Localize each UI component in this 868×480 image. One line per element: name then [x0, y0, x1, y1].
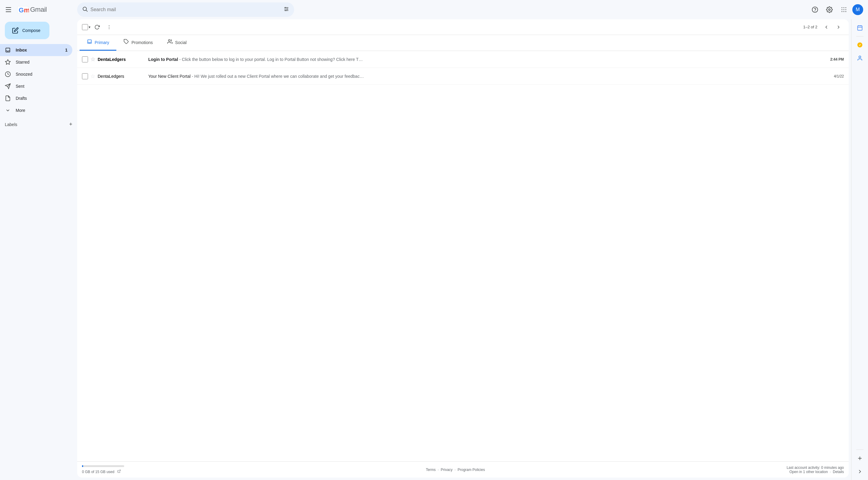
pagination-info: 1–2 of 2 — [803, 22, 844, 33]
svg-point-26 — [109, 25, 110, 26]
terms-link[interactable]: Terms — [426, 468, 436, 472]
details-link[interactable]: Details — [833, 470, 844, 474]
sent-icon — [5, 83, 11, 89]
storage-bar-fill — [82, 465, 83, 467]
table-row[interactable]: ☆ DentaLedgers Your New Client Portal - … — [77, 68, 849, 85]
right-panel — [851, 19, 868, 480]
email-time-2: 4/1/22 — [834, 74, 844, 79]
tab-social[interactable]: Social — [160, 35, 194, 51]
inbox-badge: 1 — [65, 48, 67, 53]
footer-storage: 0 GB of 15 GB used — [82, 465, 124, 474]
sidebar-item-more[interactable]: More — [0, 104, 72, 116]
help-button[interactable] — [809, 4, 821, 16]
storage-text: 0 GB of 15 GB used — [82, 470, 124, 474]
apps-button[interactable] — [838, 4, 850, 16]
refresh-button[interactable] — [92, 22, 102, 33]
prev-page-button[interactable] — [821, 22, 832, 33]
right-panel-divider-2 — [856, 450, 864, 450]
sidebar-item-label-more: More — [16, 108, 67, 113]
gmail-logo: Gmail Gmail — [17, 5, 47, 14]
select-all-checkbox[interactable] — [82, 24, 88, 30]
tab-promotions-label: Promotions — [131, 40, 153, 45]
table-row[interactable]: ☆ DentaLedgers Login to Portal - Click t… — [77, 51, 849, 68]
sidebar-item-label-snoozed: Snoozed — [16, 72, 67, 77]
search-input[interactable] — [90, 7, 283, 12]
svg-point-7 — [285, 7, 286, 8]
svg-point-17 — [844, 9, 844, 10]
labels-section: Labels + — [0, 119, 77, 130]
hamburger-line-3 — [6, 11, 11, 12]
tab-primary-icon — [87, 39, 92, 46]
email-sender-1: DentaLedgers — [98, 57, 146, 62]
manage-storage-icon[interactable] — [117, 470, 121, 474]
email-checkbox-2[interactable] — [82, 73, 88, 79]
email-subject-preview-2: Your New Client Portal - Hi! We just rol… — [148, 74, 827, 79]
program-policies-link[interactable]: Program Policies — [458, 468, 485, 472]
privacy-link[interactable]: Privacy — [441, 468, 453, 472]
email-subject-preview-1: Login to Portal - Click the button below… — [148, 57, 823, 62]
email-list: ☆ DentaLedgers Login to Portal - Click t… — [77, 51, 849, 461]
calendar-panel-icon[interactable] — [854, 22, 866, 34]
collapse-panel-button[interactable] — [854, 466, 866, 478]
svg-point-15 — [845, 7, 846, 8]
labels-heading: Labels — [5, 122, 17, 127]
tasks-panel-icon[interactable] — [854, 39, 866, 51]
email-time-1: 2:44 PM — [830, 57, 844, 61]
footer-location-details: Open in 1 other location · Details — [786, 470, 844, 474]
add-label-button[interactable]: + — [69, 121, 72, 127]
star-icon-2[interactable]: ☆ — [90, 73, 95, 80]
footer-activity: Last account activity: 0 minutes ago Ope… — [786, 466, 844, 474]
right-panel-divider-1 — [856, 36, 864, 36]
search-filter-icon[interactable] — [283, 6, 289, 13]
star-icon-1[interactable]: ☆ — [90, 56, 95, 63]
footer: 0 GB of 15 GB used Terms · — [77, 461, 849, 478]
footer-links: Terms · Privacy · Program Policies — [124, 468, 786, 472]
sidebar-item-inbox[interactable]: Inbox 1 — [0, 44, 72, 56]
user-avatar[interactable]: M — [852, 4, 863, 15]
tab-promotions-icon — [124, 39, 129, 46]
gmail-logo-text: Gmail — [30, 6, 47, 13]
sidebar-item-drafts[interactable]: Drafts — [0, 92, 72, 104]
tab-primary[interactable]: Primary — [80, 35, 116, 51]
svg-text:Gmail: Gmail — [19, 6, 29, 14]
email-subject-1: Login to Portal — [148, 57, 178, 62]
svg-point-14 — [844, 7, 844, 8]
email-checkbox-1[interactable] — [82, 56, 88, 62]
email-preview-1: - Click the button below to log in to yo… — [179, 57, 363, 62]
sidebar-item-label-inbox: Inbox — [16, 48, 60, 53]
add-panel-button[interactable] — [854, 452, 866, 464]
svg-point-18 — [845, 9, 846, 10]
hamburger-line-1 — [6, 7, 11, 8]
select-all-wrapper[interactable]: ▾ — [82, 24, 90, 30]
svg-point-9 — [285, 10, 286, 11]
sidebar-item-label-drafts: Drafts — [16, 96, 67, 101]
sidebar-item-starred[interactable]: Starred — [0, 56, 72, 68]
svg-point-12 — [829, 9, 830, 10]
tab-social-label: Social — [175, 40, 187, 45]
tab-social-icon — [167, 39, 173, 46]
svg-point-2 — [83, 7, 87, 10]
email-preview-2: - Hi! We just rolled out a new Client Po… — [192, 74, 364, 79]
next-page-button[interactable] — [833, 22, 844, 33]
svg-marker-22 — [5, 60, 10, 64]
more-icon — [5, 107, 11, 113]
inbox-icon — [5, 47, 11, 53]
more-options-button[interactable] — [104, 22, 115, 33]
svg-point-37 — [859, 56, 861, 58]
sidebar-item-sent[interactable]: Sent — [0, 80, 72, 92]
svg-rect-32 — [858, 26, 862, 30]
settings-button[interactable] — [824, 4, 835, 16]
gmail-m-icon: Gmail — [17, 5, 29, 14]
svg-point-8 — [287, 8, 288, 9]
svg-point-27 — [109, 27, 110, 27]
tab-promotions[interactable]: Promotions — [116, 35, 160, 51]
svg-point-30 — [168, 39, 170, 41]
menu-button[interactable] — [2, 4, 14, 16]
email-sender-2: DentaLedgers — [98, 74, 146, 79]
svg-point-19 — [841, 11, 842, 12]
hamburger-line-2 — [6, 9, 11, 10]
sidebar-item-snoozed[interactable]: Snoozed — [0, 68, 72, 80]
checkbox-dropdown-icon[interactable]: ▾ — [89, 25, 90, 29]
contacts-panel-icon[interactable] — [854, 52, 866, 64]
compose-button[interactable]: Compose — [5, 22, 50, 39]
